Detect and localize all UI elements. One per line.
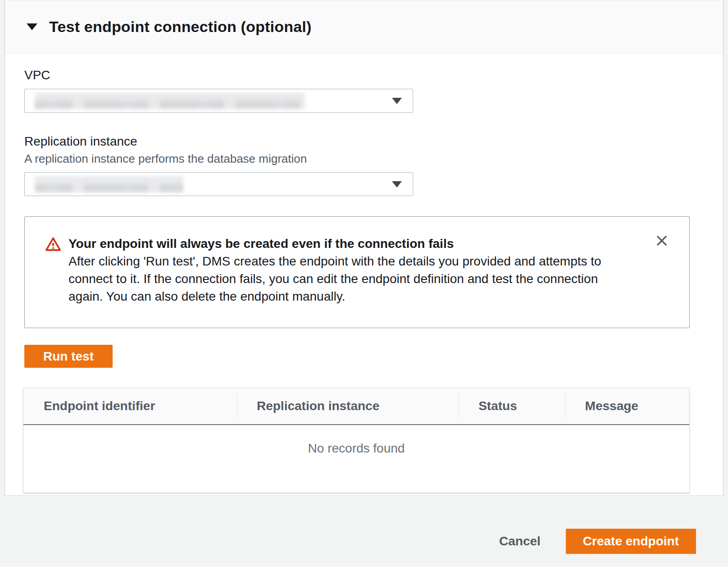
column-header-endpoint-identifier: Endpoint identifier [23, 388, 237, 424]
replication-instance-label: Replication instance [24, 134, 723, 149]
create-endpoint-button[interactable]: Create endpoint [566, 529, 696, 554]
no-records-message: No records found [308, 441, 405, 455]
vpc-label: VPC [24, 68, 723, 82]
alert-text: Your endpoint will always be created eve… [68, 235, 635, 305]
replication-instance-field: Replication instance A replication insta… [24, 134, 723, 196]
vpc-field: VPC [24, 68, 723, 113]
warning-triangle-icon [45, 237, 61, 305]
section-body: VPC Replication instance A replication i… [5, 53, 723, 493]
alert-body: After clicking 'Run test', DMS creates t… [68, 252, 635, 305]
column-header-message: Message [565, 388, 689, 424]
table-empty-state: No records found [23, 425, 689, 493]
section-header-test-endpoint-connection[interactable]: Test endpoint connection (optional) [5, 0, 723, 53]
alert-title: Your endpoint will always be created eve… [68, 235, 635, 252]
test-results-table: Endpoint identifier Replication instance… [23, 388, 690, 493]
dropdown-caret-icon [392, 181, 402, 187]
test-endpoint-connection-panel: Test endpoint connection (optional) VPC … [5, 0, 723, 496]
redacted-replication-instance-value [35, 176, 183, 192]
dropdown-caret-icon [392, 98, 402, 104]
endpoint-warning-alert: Your endpoint will always be created eve… [24, 216, 690, 328]
table-header-row: Endpoint identifier Replication instance… [23, 388, 689, 425]
replication-instance-description: A replication instance performs the data… [24, 152, 723, 166]
vpc-select[interactable] [24, 89, 413, 113]
redacted-vpc-value [35, 93, 305, 109]
close-icon[interactable] [654, 233, 669, 248]
section-title: Test endpoint connection (optional) [49, 18, 311, 36]
run-test-button[interactable]: Run test [24, 345, 113, 368]
page-footer: Cancel Create endpoint [0, 496, 728, 567]
collapse-triangle-icon [27, 23, 37, 30]
cancel-button[interactable]: Cancel [499, 534, 541, 549]
replication-instance-select[interactable] [24, 172, 413, 196]
column-header-replication-instance: Replication instance [237, 388, 458, 424]
column-header-status: Status [458, 388, 564, 424]
